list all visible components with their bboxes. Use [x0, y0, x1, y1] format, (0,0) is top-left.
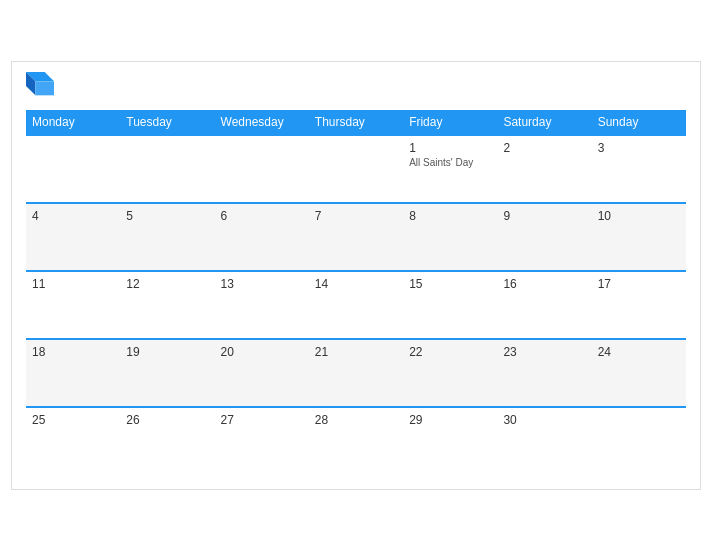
- week-row-5: 252627282930: [26, 407, 686, 475]
- day-number: 15: [409, 277, 491, 291]
- day-cell: 7: [309, 203, 403, 271]
- day-number: 17: [598, 277, 680, 291]
- day-number: 22: [409, 345, 491, 359]
- day-number: 18: [32, 345, 114, 359]
- day-cell: 4: [26, 203, 120, 271]
- day-cell: 25: [26, 407, 120, 475]
- day-cell: [120, 135, 214, 203]
- day-cell: 16: [497, 271, 591, 339]
- day-cell: 21: [309, 339, 403, 407]
- weekday-saturday: Saturday: [497, 110, 591, 135]
- day-cell: 20: [215, 339, 309, 407]
- svg-marker-2: [35, 81, 54, 95]
- day-number: 27: [221, 413, 303, 427]
- week-row-1: 1All Saints' Day23: [26, 135, 686, 203]
- week-row-2: 45678910: [26, 203, 686, 271]
- day-number: 14: [315, 277, 397, 291]
- day-number: 1: [409, 141, 491, 155]
- day-cell: 30: [497, 407, 591, 475]
- day-number: 20: [221, 345, 303, 359]
- day-cell: 18: [26, 339, 120, 407]
- day-cell: 6: [215, 203, 309, 271]
- day-cell: 1All Saints' Day: [403, 135, 497, 203]
- day-cell: 9: [497, 203, 591, 271]
- day-number: 19: [126, 345, 208, 359]
- day-number: 13: [221, 277, 303, 291]
- day-number: 28: [315, 413, 397, 427]
- logo-icon: [26, 72, 54, 100]
- day-cell: 11: [26, 271, 120, 339]
- weekday-wednesday: Wednesday: [215, 110, 309, 135]
- day-number: 4: [32, 209, 114, 223]
- day-cell: 26: [120, 407, 214, 475]
- weekday-monday: Monday: [26, 110, 120, 135]
- weekday-sunday: Sunday: [592, 110, 686, 135]
- day-number: 6: [221, 209, 303, 223]
- day-number: 12: [126, 277, 208, 291]
- calendar: MondayTuesdayWednesdayThursdayFridaySatu…: [11, 61, 701, 490]
- day-number: 8: [409, 209, 491, 223]
- day-cell: 10: [592, 203, 686, 271]
- day-cell: 5: [120, 203, 214, 271]
- day-cell: 19: [120, 339, 214, 407]
- logo: [26, 72, 56, 100]
- day-number: 25: [32, 413, 114, 427]
- day-cell: [592, 407, 686, 475]
- weekday-friday: Friday: [403, 110, 497, 135]
- day-cell: 24: [592, 339, 686, 407]
- day-cell: 28: [309, 407, 403, 475]
- day-number: 16: [503, 277, 585, 291]
- day-cell: 17: [592, 271, 686, 339]
- holiday-label: All Saints' Day: [409, 157, 491, 168]
- day-cell: 12: [120, 271, 214, 339]
- day-number: 29: [409, 413, 491, 427]
- day-cell: [215, 135, 309, 203]
- day-number: 5: [126, 209, 208, 223]
- day-cell: 14: [309, 271, 403, 339]
- day-cell: 29: [403, 407, 497, 475]
- day-cell: 3: [592, 135, 686, 203]
- day-number: 10: [598, 209, 680, 223]
- calendar-table: MondayTuesdayWednesdayThursdayFridaySatu…: [26, 110, 686, 475]
- day-number: 24: [598, 345, 680, 359]
- day-cell: 22: [403, 339, 497, 407]
- week-row-3: 11121314151617: [26, 271, 686, 339]
- day-number: 11: [32, 277, 114, 291]
- day-number: 3: [598, 141, 680, 155]
- day-number: 9: [503, 209, 585, 223]
- day-number: 2: [503, 141, 585, 155]
- weekday-thursday: Thursday: [309, 110, 403, 135]
- day-cell: 15: [403, 271, 497, 339]
- week-row-4: 18192021222324: [26, 339, 686, 407]
- day-cell: 8: [403, 203, 497, 271]
- day-number: 26: [126, 413, 208, 427]
- weekday-header-row: MondayTuesdayWednesdayThursdayFridaySatu…: [26, 110, 686, 135]
- day-number: 21: [315, 345, 397, 359]
- weekday-tuesday: Tuesday: [120, 110, 214, 135]
- day-cell: 27: [215, 407, 309, 475]
- day-cell: [309, 135, 403, 203]
- day-cell: 13: [215, 271, 309, 339]
- day-number: 30: [503, 413, 585, 427]
- day-cell: 23: [497, 339, 591, 407]
- calendar-header: [26, 72, 686, 100]
- day-cell: [26, 135, 120, 203]
- day-number: 7: [315, 209, 397, 223]
- day-number: 23: [503, 345, 585, 359]
- day-cell: 2: [497, 135, 591, 203]
